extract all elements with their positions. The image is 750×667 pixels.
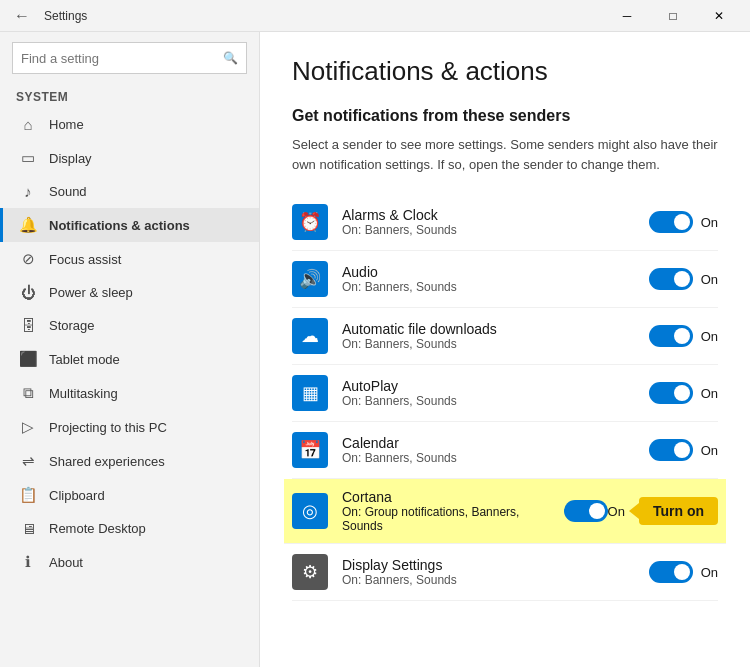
- notifications-icon: 🔔: [19, 216, 37, 234]
- callout-container: On Turn on: [564, 497, 718, 525]
- notif-name-alarms: Alarms & Clock: [342, 207, 635, 223]
- notif-name-display: Display Settings: [342, 557, 635, 573]
- sidebar-item-tablet[interactable]: ⬛ Tablet mode: [0, 342, 259, 376]
- sidebar-item-clipboard[interactable]: 📋 Clipboard: [0, 478, 259, 512]
- tablet-icon: ⬛: [19, 350, 37, 368]
- titlebar-left: ← Settings: [8, 5, 87, 27]
- notif-sub-autofile: On: Banners, Sounds: [342, 337, 635, 351]
- sidebar-label-power: Power & sleep: [49, 285, 133, 300]
- sidebar-label-focus: Focus assist: [49, 252, 121, 267]
- sidebar-label-home: Home: [49, 117, 84, 132]
- notif-info-autoplay: AutoPlay On: Banners, Sounds: [342, 378, 635, 408]
- notif-icon-alarms: ⏰: [292, 204, 328, 240]
- focus-icon: ⊘: [19, 250, 37, 268]
- toggle-label-cortana: On: [608, 504, 625, 519]
- page-title: Notifications & actions: [292, 56, 718, 87]
- toggle-calendar[interactable]: [649, 439, 693, 461]
- sidebar-label-storage: Storage: [49, 318, 95, 333]
- callout-label: Turn on: [639, 497, 718, 525]
- toggle-cortana[interactable]: [564, 500, 608, 522]
- notifications-list: ⏰ Alarms & Clock On: Banners, Sounds On …: [292, 194, 718, 601]
- sidebar-item-multitasking[interactable]: ⧉ Multitasking: [0, 376, 259, 410]
- toggle-display[interactable]: [649, 561, 693, 583]
- toggle-group-audio: On: [649, 268, 718, 290]
- toggle-label-autofile: On: [701, 329, 718, 344]
- notif-name-audio: Audio: [342, 264, 635, 280]
- sidebar-item-storage[interactable]: 🗄 Storage: [0, 309, 259, 342]
- sidebar-item-shared[interactable]: ⇌ Shared experiences: [0, 444, 259, 478]
- toggle-audio[interactable]: [649, 268, 693, 290]
- sidebar-label-shared: Shared experiences: [49, 454, 165, 469]
- titlebar-controls: ─ □ ✕: [604, 0, 742, 32]
- notif-item-display[interactable]: ⚙ Display Settings On: Banners, Sounds O…: [292, 544, 718, 601]
- sidebar-item-remote[interactable]: 🖥 Remote Desktop: [0, 512, 259, 545]
- notif-item-autofile[interactable]: ☁ Automatic file downloads On: Banners, …: [292, 308, 718, 365]
- sidebar-item-sound[interactable]: ♪ Sound: [0, 175, 259, 208]
- notif-sub-audio: On: Banners, Sounds: [342, 280, 635, 294]
- multitasking-icon: ⧉: [19, 384, 37, 402]
- sidebar-label-clipboard: Clipboard: [49, 488, 105, 503]
- sidebar-item-projecting[interactable]: ▷ Projecting to this PC: [0, 410, 259, 444]
- toggle-label-autoplay: On: [701, 386, 718, 401]
- maximize-button[interactable]: □: [650, 0, 696, 32]
- sidebar-label-notifications: Notifications & actions: [49, 218, 190, 233]
- sound-icon: ♪: [19, 183, 37, 200]
- section-description: Select a sender to see more settings. So…: [292, 135, 718, 174]
- sidebar-item-about[interactable]: ℹ About: [0, 545, 259, 579]
- search-input[interactable]: [13, 47, 215, 70]
- toggle-autoplay[interactable]: [649, 382, 693, 404]
- notif-icon-autofile: ☁: [292, 318, 328, 354]
- notif-icon-display: ⚙: [292, 554, 328, 590]
- storage-icon: 🗄: [19, 317, 37, 334]
- sidebar-item-focus[interactable]: ⊘ Focus assist: [0, 242, 259, 276]
- about-icon: ℹ: [19, 553, 37, 571]
- content-area: Notifications & actions Get notification…: [260, 32, 750, 667]
- notif-icon-autoplay: ▦: [292, 375, 328, 411]
- sidebar-label-remote: Remote Desktop: [49, 521, 146, 536]
- sidebar-label-projecting: Projecting to this PC: [49, 420, 167, 435]
- notif-icon-audio: 🔊: [292, 261, 328, 297]
- toggle-autofile[interactable]: [649, 325, 693, 347]
- notif-info-display: Display Settings On: Banners, Sounds: [342, 557, 635, 587]
- remote-icon: 🖥: [19, 520, 37, 537]
- sidebar-label-display: Display: [49, 151, 92, 166]
- toggle-label-audio: On: [701, 272, 718, 287]
- sidebar-item-display[interactable]: ▭ Display: [0, 141, 259, 175]
- back-button[interactable]: ←: [8, 5, 36, 27]
- main-container: 🔍 System ⌂ Home▭ Display♪ Sound🔔 Notific…: [0, 32, 750, 667]
- notif-item-alarms[interactable]: ⏰ Alarms & Clock On: Banners, Sounds On: [292, 194, 718, 251]
- notif-item-autoplay[interactable]: ▦ AutoPlay On: Banners, Sounds On: [292, 365, 718, 422]
- sidebar-label-about: About: [49, 555, 83, 570]
- toggle-group-alarms: On: [649, 211, 718, 233]
- notif-sub-autoplay: On: Banners, Sounds: [342, 394, 635, 408]
- notif-name-autoplay: AutoPlay: [342, 378, 635, 394]
- toggle-alarms[interactable]: [649, 211, 693, 233]
- sidebar-label-sound: Sound: [49, 184, 87, 199]
- notif-item-cortana[interactable]: ◎ Cortana On: Group notifications, Banne…: [284, 479, 726, 544]
- sidebar-label-multitasking: Multitasking: [49, 386, 118, 401]
- shared-icon: ⇌: [19, 452, 37, 470]
- sidebar-section-title: System: [0, 82, 259, 108]
- home-icon: ⌂: [19, 116, 37, 133]
- projecting-icon: ▷: [19, 418, 37, 436]
- toggle-label-alarms: On: [701, 215, 718, 230]
- toggle-group-autofile: On: [649, 325, 718, 347]
- sidebar-item-power[interactable]: ⏻ Power & sleep: [0, 276, 259, 309]
- minimize-button[interactable]: ─: [604, 0, 650, 32]
- search-box[interactable]: 🔍: [12, 42, 247, 74]
- notif-name-calendar: Calendar: [342, 435, 635, 451]
- notif-item-audio[interactable]: 🔊 Audio On: Banners, Sounds On: [292, 251, 718, 308]
- sidebar-item-notifications[interactable]: 🔔 Notifications & actions: [0, 208, 259, 242]
- section-title: Get notifications from these senders: [292, 107, 718, 125]
- sidebar-item-home[interactable]: ⌂ Home: [0, 108, 259, 141]
- search-icon: 🔍: [215, 51, 246, 65]
- sidebar-label-tablet: Tablet mode: [49, 352, 120, 367]
- notif-item-calendar[interactable]: 📅 Calendar On: Banners, Sounds On: [292, 422, 718, 479]
- notif-name-cortana: Cortana: [342, 489, 550, 505]
- sidebar: 🔍 System ⌂ Home▭ Display♪ Sound🔔 Notific…: [0, 32, 260, 667]
- toggle-group-autoplay: On: [649, 382, 718, 404]
- notif-icon-cortana: ◎: [292, 493, 328, 529]
- toggle-label-calendar: On: [701, 443, 718, 458]
- notif-info-cortana: Cortana On: Group notifications, Banners…: [342, 489, 550, 533]
- close-button[interactable]: ✕: [696, 0, 742, 32]
